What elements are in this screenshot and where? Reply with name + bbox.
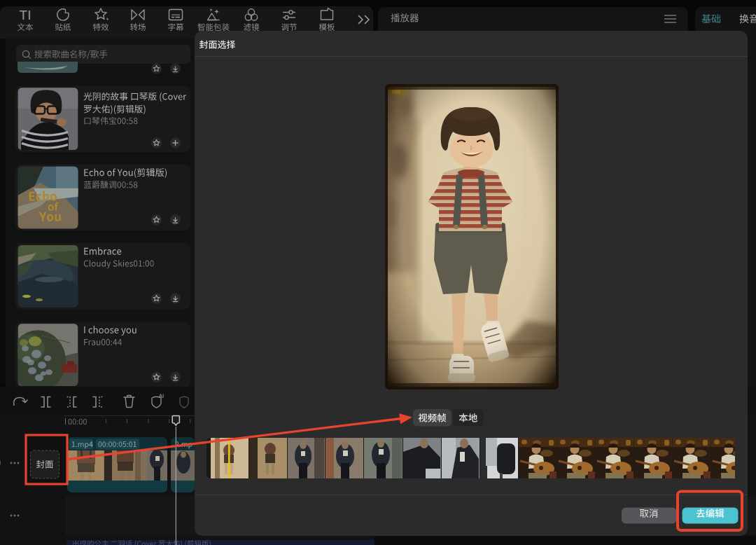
svg-text:TI: TI	[20, 8, 31, 22]
